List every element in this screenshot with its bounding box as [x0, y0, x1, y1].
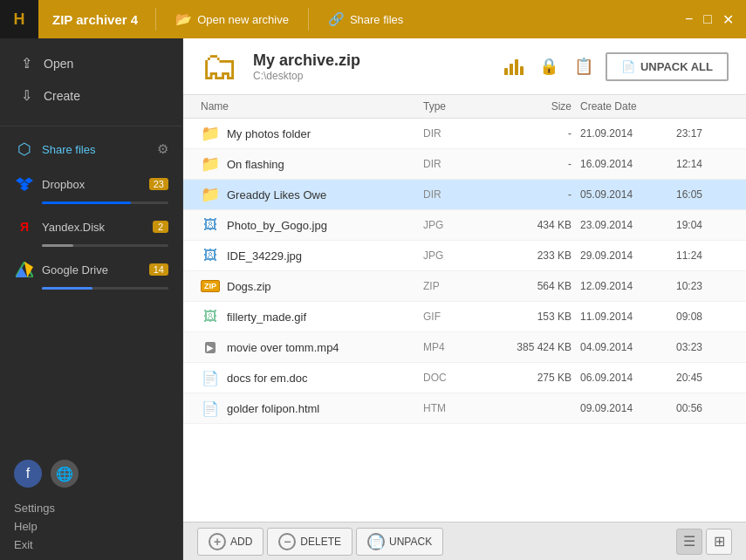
- file-name-cell: 📁 My photos folder: [201, 124, 423, 143]
- table-row[interactable]: 📄 docs for em.doc DOC 275 KB 06.09.2014 …: [183, 363, 746, 393]
- table-row[interactable]: 📁 My photos folder DIR - 21.09.2014 23:1…: [183, 119, 746, 149]
- archive-path: C:\desktop: [253, 70, 490, 82]
- file-size: 564 KB: [493, 280, 571, 292]
- delete-button[interactable]: − DELETE: [267, 528, 352, 556]
- file-name-cell: ZIP Dogs.zip: [201, 277, 423, 296]
- sidebar-bottom: f 🌐 Settings Help Exit: [0, 451, 182, 560]
- facebook-icon[interactable]: f: [14, 460, 42, 488]
- copy-icon[interactable]: 📋: [571, 53, 597, 79]
- file-icon: ▶: [201, 338, 220, 357]
- share-icon: ⬡: [14, 139, 35, 160]
- table-row[interactable]: 🖼 IDE_34229.jpg JPG 233 KB 29.09.2014 11…: [183, 241, 746, 271]
- window-controls: − □ ✕: [673, 11, 746, 28]
- file-name: Greaddy Likes Owe: [227, 188, 326, 201]
- file-date: 04.09.2014: [571, 341, 676, 353]
- col-time-header: [676, 100, 729, 113]
- file-size: 275 KB: [493, 372, 571, 384]
- add-icon: +: [209, 533, 226, 550]
- list-view-button[interactable]: ☰: [676, 529, 702, 555]
- file-name: My photos folder: [227, 127, 311, 140]
- table-row[interactable]: ▶ movie over tomm.mp4 MP4 385 424 KB 04.…: [183, 332, 746, 363]
- file-size: 233 KB: [493, 249, 571, 262]
- table-body: 📁 My photos folder DIR - 21.09.2014 23:1…: [183, 119, 746, 522]
- gdrive-icon: [14, 259, 35, 280]
- col-name-header: Name: [201, 100, 423, 113]
- sidebar-item-yandex[interactable]: Я Yandex.Disk 2: [0, 209, 182, 244]
- table-row[interactable]: 📁 On flashing DIR - 16.09.2014 12:14: [183, 149, 746, 180]
- file-type: GIF: [423, 311, 493, 323]
- create-icon: ⇩: [17, 87, 35, 104]
- file-name: fillerty_made.gif: [227, 311, 306, 324]
- file-name: Photo_by_Gogo.jpg: [227, 219, 327, 232]
- share-files-button[interactable]: 🔗 Share files: [312, 0, 419, 38]
- sidebar-item-create[interactable]: ⇩ Create: [0, 79, 182, 112]
- file-time: 19:04: [676, 219, 729, 231]
- file-type: DIR: [423, 127, 493, 140]
- open-archive-button[interactable]: 📂 Open new archive: [160, 0, 305, 38]
- table-row[interactable]: 📄 golder folipon.html HTM 09.09.2014 00:…: [183, 393, 746, 424]
- grid-view-button[interactable]: ⊞: [706, 529, 732, 555]
- folder-icon: 📂: [175, 11, 192, 27]
- table-row[interactable]: 🖼 Photo_by_Gogo.jpg JPG 434 KB 23.09.201…: [183, 210, 746, 241]
- stats-icon[interactable]: [504, 58, 524, 75]
- file-date: 11.09.2014: [571, 311, 676, 323]
- file-time: 23:17: [676, 127, 729, 140]
- unpack-doc-icon: 📄: [621, 60, 635, 73]
- file-time: 00:56: [676, 402, 729, 414]
- exit-link[interactable]: Exit: [14, 538, 168, 551]
- file-date: 05.09.2014: [571, 188, 676, 201]
- sidebar-item-share[interactable]: ⬡ Share files ⚙: [0, 132, 182, 167]
- file-name: On flashing: [227, 158, 284, 171]
- file-time: 20:45: [676, 372, 729, 384]
- unpack-icon: 📄: [367, 533, 385, 550]
- lock-icon[interactable]: 🔒: [536, 53, 562, 79]
- file-size: 385 424 KB: [493, 341, 571, 353]
- file-name-cell: 🖼 IDE_34229.jpg: [201, 246, 423, 265]
- social-icons: f 🌐: [14, 460, 168, 488]
- file-type: MP4: [423, 341, 493, 353]
- sidebar-item-gdrive[interactable]: Google Drive 14: [0, 252, 182, 287]
- help-link[interactable]: Help: [14, 520, 168, 533]
- svg-marker-5: [16, 267, 27, 277]
- table-row[interactable]: ZIP Dogs.zip ZIP 564 KB 12.09.2014 10:23: [183, 271, 746, 302]
- file-date: 06.09.2014: [571, 372, 676, 384]
- unpack-all-button[interactable]: 📄 UNPACK ALL: [606, 52, 729, 81]
- unpack-button[interactable]: 📄 UNPACK: [356, 528, 443, 556]
- file-icon: 📁: [201, 185, 220, 204]
- file-time: 11:24: [676, 249, 729, 262]
- minimize-button[interactable]: −: [685, 11, 693, 27]
- yandex-icon: Я: [14, 216, 35, 237]
- table-row[interactable]: 📁 Greaddy Likes Owe DIR - 05.09.2014 16:…: [183, 180, 746, 210]
- file-icon: 🖼: [201, 215, 220, 235]
- file-name-cell: 📁 Greaddy Likes Owe: [201, 185, 423, 204]
- table-row[interactable]: 🖼 fillerty_made.gif GIF 153 KB 11.09.201…: [183, 302, 746, 332]
- file-name-cell: 📄 docs for em.doc: [201, 368, 423, 387]
- file-type: DOC: [423, 372, 493, 384]
- sidebar-divider: [0, 126, 182, 126]
- maximize-button[interactable]: □: [703, 11, 712, 27]
- close-button[interactable]: ✕: [722, 11, 734, 28]
- archive-header: 🗂 My archive.zip C:\desktop 🔒 📋 📄 UNPACK…: [183, 38, 746, 95]
- file-time: 09:08: [676, 311, 729, 323]
- file-type: DIR: [423, 158, 493, 170]
- dropbox-progress: [42, 201, 168, 204]
- share-settings-icon[interactable]: ⚙: [157, 141, 168, 157]
- add-button[interactable]: + ADD: [197, 528, 263, 556]
- settings-link[interactable]: Settings: [14, 502, 168, 515]
- file-size: -: [493, 188, 571, 201]
- sidebar-item-open[interactable]: ⇪ Open: [0, 47, 182, 79]
- sidebar-item-dropbox[interactable]: Dropbox 23: [0, 167, 182, 201]
- file-type: HTM: [423, 402, 493, 414]
- svg-marker-3: [20, 185, 29, 191]
- file-type: ZIP: [423, 280, 493, 292]
- file-time: 16:05: [676, 188, 729, 201]
- website-icon[interactable]: 🌐: [51, 460, 79, 488]
- file-type: JPG: [423, 219, 493, 231]
- link-icon: 🔗: [328, 11, 345, 27]
- file-type: DIR: [423, 188, 493, 201]
- file-size: 434 KB: [493, 219, 571, 231]
- file-type: JPG: [423, 249, 493, 262]
- col-type-header: Type: [423, 100, 493, 113]
- delete-icon: −: [278, 533, 296, 550]
- file-name-cell: 📄 golder folipon.html: [201, 399, 423, 418]
